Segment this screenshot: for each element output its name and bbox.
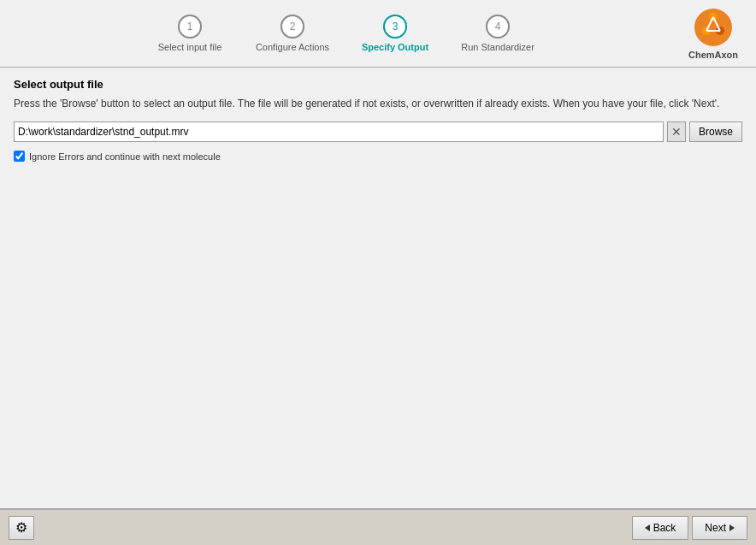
settings-button[interactable]: ⚙ xyxy=(9,516,34,540)
ignore-errors-checkbox[interactable] xyxy=(14,151,25,162)
step-1-circle: 1 xyxy=(178,15,202,39)
next-label: Next xyxy=(705,522,726,534)
step-2-label: Configure Actions xyxy=(256,42,329,52)
file-path-input[interactable] xyxy=(14,121,664,142)
step-4: 4 Run Standardizer xyxy=(446,15,549,52)
chemaxon-logo-text: ChemAxon xyxy=(688,50,738,60)
ignore-errors-label: Ignore Errors and continue with next mol… xyxy=(29,151,221,162)
next-arrow-icon xyxy=(729,524,735,531)
chemaxon-logo-icon xyxy=(693,7,734,48)
step-4-number: 4 xyxy=(495,21,501,33)
browse-button[interactable]: Browse xyxy=(689,121,742,142)
section-title: Select output file xyxy=(14,78,742,91)
step-3: 3 Specify Output xyxy=(344,15,446,52)
logo-area: ChemAxon xyxy=(679,7,747,60)
file-row: ✕ Browse xyxy=(14,121,742,142)
checkbox-row: Ignore Errors and continue with next mol… xyxy=(14,151,742,162)
step-3-label: Specify Output xyxy=(362,42,428,52)
step-2-circle: 2 xyxy=(281,15,304,39)
step-3-circle: 3 xyxy=(383,15,407,39)
step-2: 2 Configure Actions xyxy=(241,15,344,52)
footer: ⚙ Back Next xyxy=(0,509,756,545)
step-1-number: 1 xyxy=(187,21,193,33)
main-content: Select output file Press the 'Browse' bu… xyxy=(0,68,756,509)
nav-buttons: Back Next xyxy=(632,516,747,540)
back-button[interactable]: Back xyxy=(632,516,689,540)
back-label: Back xyxy=(653,522,676,534)
gear-icon: ⚙ xyxy=(15,519,27,536)
next-button[interactable]: Next xyxy=(692,516,747,540)
wizard-steps: 1 Select input file 2 Configure Actions … xyxy=(9,15,679,52)
section-desc: Press the 'Browse' button to select an o… xyxy=(14,96,742,111)
step-4-circle: 4 xyxy=(486,15,510,39)
back-arrow-icon xyxy=(645,524,650,531)
step-3-number: 3 xyxy=(393,21,399,33)
step-2-number: 2 xyxy=(290,21,296,33)
step-1-label: Select input file xyxy=(158,42,222,52)
step-1: 1 Select input file xyxy=(139,15,241,52)
wizard-header: 1 Select input file 2 Configure Actions … xyxy=(0,0,756,68)
step-4-label: Run Standardizer xyxy=(461,42,535,52)
clear-button[interactable]: ✕ xyxy=(667,121,686,142)
